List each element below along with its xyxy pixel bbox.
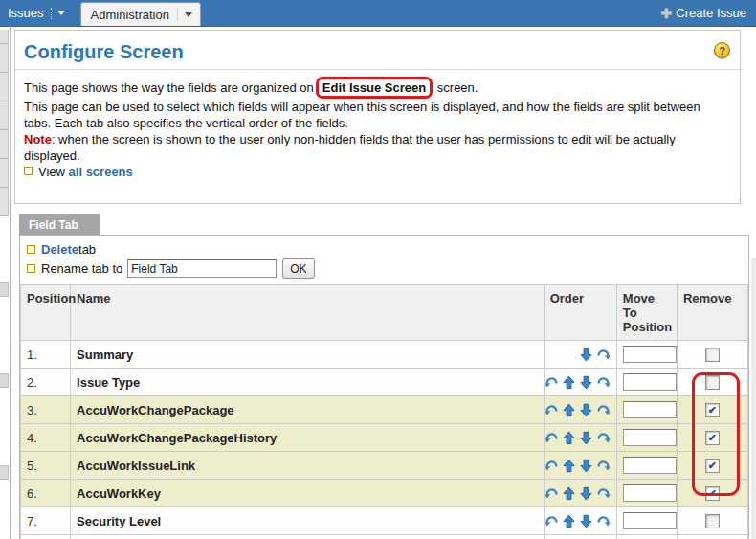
move-first-icon[interactable] <box>545 514 559 528</box>
move-to-cell <box>616 369 677 396</box>
move-first-icon[interactable] <box>545 375 559 390</box>
intro-paragraph: This page shows the way the fields are o… <box>24 77 728 99</box>
move-up-icon[interactable] <box>562 459 576 473</box>
panel-body: This page shows the way the fields are o… <box>15 70 740 180</box>
move-first-icon[interactable] <box>545 459 559 473</box>
left-sidebar-sliver-item <box>0 373 9 388</box>
move-down-icon[interactable] <box>579 431 593 445</box>
move-to-position-input[interactable] <box>623 346 677 363</box>
move-last-icon[interactable] <box>596 431 611 445</box>
note-paragraph: Note: when the screen is shown to the us… <box>24 131 728 164</box>
move-up-icon[interactable] <box>562 431 576 445</box>
move-up-icon[interactable] <box>562 403 576 417</box>
all-screens-link[interactable]: all screens <box>69 165 133 179</box>
order-cell <box>544 424 616 452</box>
remove-checkbox[interactable] <box>705 486 720 501</box>
move-to-position-input[interactable] <box>623 401 677 418</box>
field-tab-box: Delete tab Rename tab to OK Position Nam… <box>19 235 749 539</box>
remove-cell <box>677 341 747 369</box>
plus-icon: ✚ <box>661 7 673 20</box>
top-nav-bar: Issues Administration ✚ Create Issue <box>0 0 756 27</box>
order-cell <box>544 452 616 480</box>
field-name-cell: Security Level <box>71 507 545 535</box>
note-label: Note <box>24 132 52 146</box>
rename-tab-label: Rename tab to <box>41 259 122 278</box>
field-tab[interactable]: Field Tab <box>19 214 100 235</box>
move-down-icon[interactable] <box>579 459 593 473</box>
configure-screen-page: { "topbar": { "issues_label": "Issues", … <box>0 0 756 539</box>
description-paragraph: This page can be used to select which fi… <box>24 99 728 131</box>
move-down-icon[interactable] <box>579 403 593 417</box>
col-remove: Remove <box>677 285 747 341</box>
move-down-icon[interactable] <box>579 514 593 528</box>
move-to-position-input[interactable] <box>623 512 677 529</box>
remove-cell <box>677 480 747 507</box>
move-down-icon[interactable] <box>579 486 593 501</box>
remove-cell <box>677 535 747 539</box>
move-to-cell <box>616 341 677 369</box>
move-first-icon[interactable] <box>545 403 559 417</box>
move-to-position-input[interactable] <box>623 457 677 474</box>
remove-checkbox[interactable] <box>705 348 720 362</box>
remove-checkbox[interactable] <box>705 514 720 528</box>
move-last-icon[interactable] <box>596 348 611 362</box>
move-to-cell <box>616 480 677 507</box>
move-to-cell <box>616 396 677 424</box>
move-last-icon[interactable] <box>596 514 611 528</box>
move-down-icon[interactable] <box>579 375 593 390</box>
ok-button[interactable]: OK <box>282 258 314 279</box>
create-issue-button[interactable]: ✚ Create Issue <box>661 0 756 26</box>
col-name: Name <box>71 285 545 341</box>
rename-tab-input[interactable] <box>127 259 277 278</box>
issues-menu-label: Issues <box>8 6 44 20</box>
intro-suffix: screen. <box>437 80 478 95</box>
position-cell: 6. <box>21 480 71 507</box>
administration-tab[interactable]: Administration <box>80 2 201 26</box>
right-edge-strip <box>751 258 756 539</box>
move-to-cell <box>616 507 677 535</box>
tab-controls: Delete tab Rename tab to OK <box>20 236 748 282</box>
sidebar-divider <box>10 26 11 539</box>
move-down-icon[interactable] <box>579 348 593 362</box>
remove-cell <box>677 452 747 480</box>
move-last-icon[interactable] <box>596 459 611 473</box>
view-all-screens-line: View all screens <box>24 164 728 180</box>
table-body: 1. Summary 2. Issue Type 3. AccuWorkChan… <box>21 341 748 539</box>
move-last-icon[interactable] <box>596 375 611 390</box>
field-name-cell: AccuWorkChangePackageHistory <box>71 424 545 452</box>
table-row: 7. Security Level <box>21 507 748 535</box>
remove-checkbox[interactable] <box>705 375 720 390</box>
field-name-cell: AccuWorkChangePackage <box>71 396 545 424</box>
move-up-icon[interactable] <box>562 486 576 501</box>
move-to-position-input[interactable] <box>623 373 677 391</box>
table-row: 5. AccuWorkIssueLink <box>21 452 748 480</box>
move-first-icon[interactable] <box>545 486 559 501</box>
move-up-icon[interactable] <box>562 375 576 390</box>
help-icon[interactable]: ? <box>714 42 730 58</box>
left-sidebar-sliver <box>0 30 9 216</box>
remove-cell <box>677 424 747 452</box>
position-cell: 5. <box>21 452 71 480</box>
move-to-cell <box>616 535 677 539</box>
move-last-icon[interactable] <box>596 486 611 501</box>
square-bullet-icon <box>27 264 35 273</box>
remove-cell <box>677 369 747 396</box>
remove-checkbox[interactable] <box>705 431 720 445</box>
move-last-icon[interactable] <box>596 403 611 417</box>
move-first-icon[interactable] <box>545 431 559 445</box>
move-up-icon[interactable] <box>562 514 576 528</box>
move-to-position-input[interactable] <box>623 429 677 446</box>
issues-menu[interactable]: Issues <box>0 0 71 26</box>
note-text: : when the screen is shown to the user o… <box>24 132 676 163</box>
configure-screen-panel: Configure Screen ? This page shows the w… <box>14 30 741 204</box>
field-name-cell: AccuWorkKey <box>71 480 545 507</box>
delete-tab-link[interactable]: Delete <box>41 240 78 258</box>
remove-checkbox[interactable] <box>705 459 720 473</box>
remove-checkbox[interactable] <box>705 403 720 417</box>
square-bullet-icon <box>24 167 33 175</box>
chevron-down-icon[interactable] <box>57 11 65 15</box>
panel-header: Configure Screen ? <box>15 31 740 70</box>
chevron-down-icon[interactable] <box>185 12 192 17</box>
col-move-to-position: Move To Position <box>616 285 677 341</box>
move-to-position-input[interactable] <box>623 484 677 502</box>
